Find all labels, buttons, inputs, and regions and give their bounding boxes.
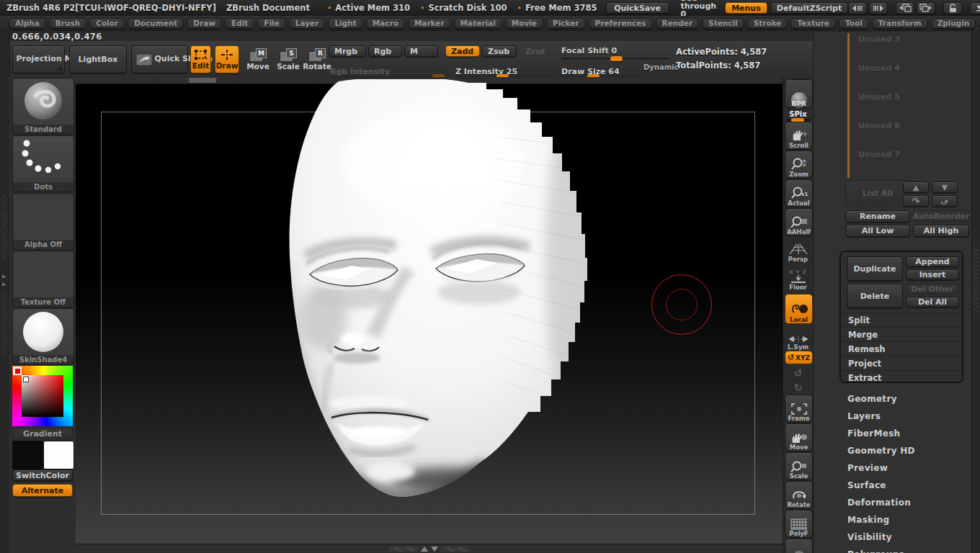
subtool-up-button[interactable]: ▲ bbox=[903, 181, 929, 193]
expand-up-icon[interactable] bbox=[421, 547, 428, 552]
scroll-tray-right-button[interactable] bbox=[869, 2, 888, 14]
aahalf-button[interactable]: AAHalf bbox=[785, 208, 813, 236]
subtool-item[interactable]: Unused 7 bbox=[858, 150, 966, 179]
subtool-item[interactable]: Unused 3 bbox=[858, 35, 966, 63]
subtool-item[interactable]: Unused 4 bbox=[858, 63, 966, 92]
divider-grip[interactable] bbox=[389, 547, 418, 552]
local-transform-toggle[interactable]: Local bbox=[785, 294, 813, 324]
section-header[interactable]: Deformation bbox=[814, 494, 972, 511]
delete-button[interactable]: Delete bbox=[847, 284, 903, 308]
section-header[interactable]: Surface bbox=[814, 477, 972, 494]
menu-item[interactable]: File bbox=[257, 18, 286, 29]
quick-sketch-button[interactable]: Quick Sketch bbox=[131, 45, 188, 73]
move-mode-button[interactable]: M Move bbox=[245, 45, 271, 73]
menu-item[interactable]: Tool bbox=[839, 18, 869, 29]
document-canvas[interactable] bbox=[76, 77, 783, 544]
menu-item[interactable]: Picker bbox=[546, 18, 586, 29]
section-header[interactable]: FiberMesh bbox=[814, 425, 972, 442]
lsym-toggle[interactable]: L.Sym bbox=[785, 326, 811, 351]
menu-item[interactable]: Render bbox=[656, 18, 700, 29]
menu-item[interactable]: Edit bbox=[225, 18, 254, 29]
tray-expand-icon[interactable]: ▶ bbox=[2, 274, 6, 279]
rotate-xyz-button[interactable]: ↺ XYZ bbox=[785, 351, 813, 364]
menu-item[interactable]: Transform bbox=[872, 18, 928, 29]
menu-item[interactable]: Texture bbox=[790, 18, 835, 29]
subtool-item[interactable]: Unused 6 bbox=[858, 121, 966, 150]
del-other-button[interactable]: Del Other bbox=[906, 284, 959, 295]
menu-item[interactable]: Material bbox=[454, 18, 502, 29]
tray-expand-icon[interactable]: ▶ bbox=[2, 282, 6, 287]
projection-master-button[interactable]: Projection Master bbox=[12, 45, 65, 73]
menu-item[interactable]: Macro bbox=[366, 18, 405, 29]
zcut-button[interactable]: Zcut bbox=[520, 45, 550, 57]
spix-slider[interactable]: SPix bbox=[785, 110, 811, 122]
move-panel-right-button[interactable] bbox=[917, 2, 935, 14]
menu-item[interactable]: Stencil bbox=[702, 18, 744, 29]
all-high-button[interactable]: All High bbox=[913, 225, 969, 237]
menu-item[interactable]: Movie bbox=[505, 18, 543, 29]
collapse-down-icon[interactable] bbox=[431, 547, 438, 552]
scale-doc-button[interactable]: Scale bbox=[785, 452, 813, 480]
menu-item[interactable]: Marker bbox=[408, 18, 451, 29]
menu-item[interactable]: Layer bbox=[289, 18, 326, 29]
lock-icon[interactable] bbox=[943, 2, 962, 14]
alpha-selector[interactable]: Alpha Off bbox=[12, 193, 74, 250]
sculpt-model-face[interactable] bbox=[281, 79, 591, 511]
switchcolor-button[interactable]: SwitchColor bbox=[12, 469, 73, 481]
menu-item[interactable]: Alpha bbox=[9, 18, 46, 29]
insert-button[interactable]: Insert bbox=[906, 269, 959, 280]
menu-item[interactable]: Zplugin bbox=[931, 18, 976, 29]
operation-row[interactable]: Extract bbox=[841, 370, 962, 385]
bpr-render-button[interactable]: BPR bbox=[785, 79, 813, 108]
scroll-tool-button[interactable]: Scroll bbox=[785, 122, 813, 150]
subtool-shift-down-button[interactable]: ↷ bbox=[932, 195, 958, 207]
rotate-y-button[interactable]: ↺ bbox=[785, 364, 811, 378]
section-header[interactable]: Geometry HD bbox=[814, 442, 972, 459]
rotate-z-button[interactable]: ↻ bbox=[785, 379, 811, 392]
lightbox-button[interactable]: LightBox bbox=[69, 45, 127, 73]
actual-size-button[interactable]: x1 Actual bbox=[785, 179, 813, 207]
floor-toggle[interactable]: X Y Z Floor bbox=[785, 265, 811, 291]
section-header[interactable]: Layers bbox=[814, 408, 972, 425]
subtool-shift-up-button[interactable]: ↷ bbox=[903, 195, 929, 207]
menu-item[interactable]: Light bbox=[328, 18, 362, 29]
section-header[interactable]: Preview bbox=[814, 459, 972, 477]
operation-row[interactable]: Split bbox=[841, 313, 962, 327]
canvas-scroll-handle[interactable] bbox=[189, 78, 216, 83]
zoom-tool-button[interactable]: Zoom bbox=[785, 150, 813, 179]
scroll-tray-left-button[interactable] bbox=[848, 2, 867, 14]
divider-grip[interactable] bbox=[1, 195, 7, 260]
focal-shift-handle[interactable] bbox=[610, 56, 623, 61]
move-doc-button[interactable]: Move bbox=[785, 423, 813, 451]
brush-selector[interactable]: Standard bbox=[12, 78, 74, 135]
frame-button[interactable]: Frame bbox=[785, 395, 813, 423]
divider-grip[interactable] bbox=[441, 547, 470, 552]
material-selector[interactable]: SkinShade4 bbox=[12, 308, 74, 365]
autoreorder-button[interactable]: AutoReorder bbox=[913, 210, 969, 222]
draw-mode-button[interactable]: Draw bbox=[215, 45, 239, 73]
menu-item[interactable]: Stroke bbox=[747, 18, 788, 29]
zadd-button[interactable]: Zadd bbox=[445, 45, 480, 57]
polyframe-button[interactable]: PolyF bbox=[785, 510, 813, 538]
rgb-button[interactable]: Rgb bbox=[368, 45, 402, 57]
alternate-button[interactable]: Alternate bbox=[12, 484, 73, 497]
mrgb-button[interactable]: Mrgb bbox=[329, 45, 366, 57]
rename-button[interactable]: Rename bbox=[845, 210, 910, 222]
edit-mode-button[interactable]: Edit bbox=[190, 45, 211, 73]
left-tray-divider[interactable]: ▶ ▶ bbox=[0, 31, 10, 553]
stroke-selector[interactable]: Dots bbox=[12, 135, 74, 192]
m-button[interactable]: M bbox=[404, 45, 438, 57]
rotate-mode-button[interactable]: R Rotate bbox=[303, 45, 331, 73]
section-header[interactable]: Polygroups bbox=[814, 546, 972, 553]
menu-item[interactable]: Document bbox=[128, 18, 184, 29]
main-color-swatch[interactable] bbox=[12, 441, 43, 469]
gradient-button[interactable]: Gradient bbox=[12, 428, 73, 439]
zsub-button[interactable]: Zsub bbox=[482, 45, 517, 57]
scale-mode-button[interactable]: S Scale bbox=[275, 45, 301, 73]
minimize-button[interactable] bbox=[970, 2, 980, 14]
dynamic-toggle[interactable]: Dynamic bbox=[643, 63, 678, 71]
section-header[interactable]: Geometry bbox=[814, 390, 972, 408]
quicksave-button[interactable]: QuickSave bbox=[606, 2, 669, 14]
texture-selector[interactable]: Texture Off bbox=[12, 251, 74, 307]
duplicate-button[interactable]: Duplicate bbox=[847, 256, 903, 281]
